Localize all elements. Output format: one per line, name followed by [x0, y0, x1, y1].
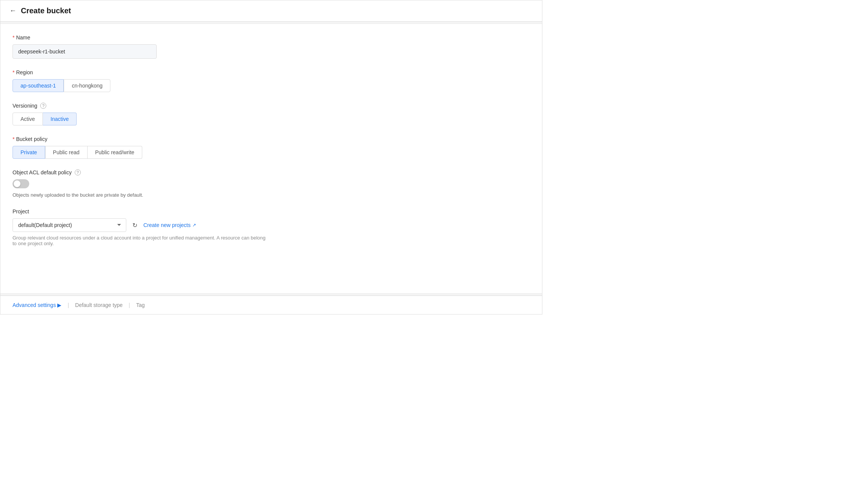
acl-label-text: Object ACL default policy	[13, 169, 72, 175]
versioning-btn-group: Active Inactive	[13, 113, 530, 125]
region-required-star: *	[13, 69, 14, 75]
bucket-policy-option-public-read-write[interactable]: Public read/write	[88, 146, 143, 159]
footer-tag: Tag	[136, 302, 145, 308]
refresh-icon[interactable]: ↻	[131, 220, 139, 230]
versioning-label: Versioning ?	[13, 103, 530, 109]
bucket-policy-option-private[interactable]: Private	[13, 146, 45, 159]
name-label: * Name	[13, 34, 530, 41]
bucket-policy-option-public-read[interactable]: Public read	[45, 146, 88, 159]
bucket-policy-btn-group: Private Public read Public read/write	[13, 146, 530, 159]
acl-label: Object ACL default policy ?	[13, 169, 530, 175]
advanced-settings-link[interactable]: Advanced settings ▶	[13, 302, 61, 308]
region-btn-group: ap-southeast-1 cn-hongkong	[13, 79, 530, 92]
versioning-option-inactive[interactable]: Inactive	[43, 113, 77, 125]
acl-toggle-wrapper	[13, 179, 530, 188]
back-button[interactable]: ←	[9, 7, 16, 15]
advanced-settings-label: Advanced settings	[13, 302, 56, 308]
advanced-settings-arrow-icon: ▶	[57, 302, 61, 308]
acl-description: Objects newly uploaded to the bucket are…	[13, 192, 530, 198]
footer-default-storage-type: Default storage type	[75, 302, 123, 308]
project-description: Group relevant cloud resources under a c…	[13, 235, 270, 246]
page-wrapper: ← Create bucket * Name * Region ap-south…	[0, 0, 542, 315]
external-link-icon: ↗	[192, 222, 196, 228]
region-option-cn-hongkong[interactable]: cn-hongkong	[64, 79, 110, 92]
name-label-text: Name	[16, 34, 30, 41]
acl-help-icon[interactable]: ?	[75, 169, 81, 175]
content-area: * Name * Region ap-southeast-1 cn-hongko…	[0, 24, 542, 293]
footer-divider: |	[68, 302, 69, 308]
versioning-help-icon[interactable]: ?	[40, 103, 46, 109]
acl-toggle-slider	[13, 179, 29, 188]
project-label-text: Project	[13, 208, 29, 214]
project-select-wrapper: default(Default project) ↻ Create new pr…	[13, 218, 530, 232]
project-select[interactable]: default(Default project)	[13, 218, 126, 232]
footer-divider-2: |	[129, 302, 130, 308]
bucket-policy-label-text: Bucket policy	[16, 136, 47, 142]
project-label: Project	[13, 208, 530, 214]
bucket-policy-required-star: *	[13, 136, 14, 142]
header: ← Create bucket	[0, 0, 542, 22]
versioning-option-active[interactable]: Active	[13, 113, 43, 125]
create-new-projects-text: Create new projects	[143, 222, 191, 228]
bucket-policy-label: * Bucket policy	[13, 136, 530, 142]
bucket-policy-field-group: * Bucket policy Private Public read Publ…	[13, 136, 530, 159]
versioning-field-group: Versioning ? Active Inactive	[13, 103, 530, 125]
acl-field-group: Object ACL default policy ? Objects newl…	[13, 169, 530, 198]
name-field-group: * Name	[13, 34, 530, 59]
acl-toggle[interactable]	[13, 179, 29, 188]
footer: Advanced settings ▶ | Default storage ty…	[0, 296, 542, 314]
name-input[interactable]	[13, 44, 157, 59]
create-new-projects-link[interactable]: Create new projects ↗	[143, 222, 196, 228]
region-label: * Region	[13, 69, 530, 75]
region-option-ap-southeast-1[interactable]: ap-southeast-1	[13, 79, 64, 92]
page-title: Create bucket	[21, 6, 71, 15]
versioning-label-text: Versioning	[13, 103, 37, 109]
project-field-group: Project default(Default project) ↻ Creat…	[13, 208, 530, 246]
name-required-star: *	[13, 34, 14, 41]
region-field-group: * Region ap-southeast-1 cn-hongkong	[13, 69, 530, 92]
region-label-text: Region	[16, 69, 33, 75]
